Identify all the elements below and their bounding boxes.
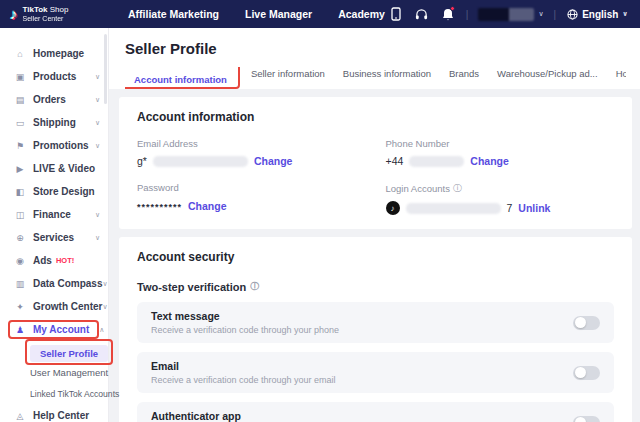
sidebar-item-live-video[interactable]: ▶ LIVE & Video: [0, 157, 108, 180]
change-phone-link[interactable]: Change: [470, 155, 509, 167]
growth-center-icon: ✦: [14, 302, 26, 312]
notification-badge-dot: [450, 6, 455, 11]
finance-icon: ◫: [14, 210, 26, 220]
sidebar-item-label: Products: [33, 71, 76, 82]
login-accounts-field: Login Accounts ⓘ ♪ 7 Unlink: [386, 182, 615, 215]
tab-holiday-mode[interactable]: Holiday mode: [607, 68, 626, 89]
sidebar-item-label: Ads: [33, 255, 52, 266]
sidebar-item-data-compass[interactable]: ▥ Data Compass ∨: [0, 272, 108, 295]
change-password-link[interactable]: Change: [188, 200, 227, 212]
account-name-redacted: [478, 8, 534, 21]
sidebar-item-label: Data Compass: [33, 278, 102, 289]
sidebar-item-label: LIVE & Video: [33, 163, 95, 174]
subitem-label: User Management: [30, 367, 108, 378]
sidebar-item-homepage[interactable]: ⌂ Homepage: [0, 42, 108, 65]
promotions-megaphone-icon: ⚑: [14, 141, 26, 151]
annotation-box-my-account: ♟ My Account: [8, 320, 99, 339]
password-masked-value: **********: [137, 199, 182, 212]
chevron-down-icon: ∨: [102, 303, 107, 311]
sidebar-item-label: Store Design: [33, 186, 95, 197]
sidebar-item-label: Orders: [33, 94, 66, 105]
unlink-account-link[interactable]: Unlink: [518, 202, 550, 214]
tab-account-information[interactable]: Account information: [125, 74, 236, 89]
sidebar-item-orders[interactable]: ▤ Orders ∨: [0, 88, 108, 111]
mobile-app-icon[interactable]: [388, 6, 404, 22]
sidebar-item-label: Finance: [33, 209, 71, 220]
login-account-redacted: [406, 203, 501, 214]
sidebar-scrollbar[interactable]: [104, 34, 107, 104]
row-title: Text message: [151, 310, 339, 322]
tiktok-shop-logo[interactable]: ♪ TikTok Shop Seller Center: [10, 6, 114, 22]
language-selector[interactable]: English ∨: [566, 8, 628, 20]
sidebar-item-promotions[interactable]: ⚑ Promotions ∨: [0, 134, 108, 157]
email-value-visible: g*: [137, 155, 147, 167]
toggle-knob: [575, 367, 586, 378]
logo-line1-bold: TikTok: [23, 5, 48, 14]
account-menu[interactable]: ∨: [478, 8, 543, 21]
sidebar-item-my-account[interactable]: ♟ My Account ∧: [0, 318, 108, 341]
account-security-card: Account security Two-step verification ⓘ…: [119, 237, 632, 422]
change-email-link[interactable]: Change: [254, 155, 293, 167]
sidebar-item-services[interactable]: ⊕ Services ∨: [0, 226, 108, 249]
row-description: Receive a verification code through your…: [151, 375, 336, 385]
page-header: Seller Profile Account information Selle…: [109, 28, 640, 89]
sidebar-item-label: Shipping: [33, 117, 76, 128]
main-content: Seller Profile Account information Selle…: [109, 28, 640, 422]
sidebar-subitem-seller-profile[interactable]: Seller Profile: [0, 341, 108, 362]
chevron-down-icon: ∨: [95, 211, 100, 219]
login-accounts-label: Login Accounts: [386, 183, 450, 194]
orders-icon: ▤: [14, 95, 26, 105]
annotation-box-seller-profile: Seller Profile: [25, 339, 113, 365]
tiktok-note-icon: ♪: [10, 6, 18, 21]
top-bar: ♪ TikTok Shop Seller Center Affiliate Ma…: [0, 0, 640, 28]
sidebar-item-store-design[interactable]: ◧ Store Design: [0, 180, 108, 203]
logo-line2: Seller Center: [23, 15, 69, 22]
top-nav-live-manager[interactable]: Live Manager: [245, 8, 312, 20]
text-message-toggle[interactable]: [573, 316, 600, 330]
top-nav-affiliate-marketing[interactable]: Affiliate Marketing: [128, 8, 219, 20]
password-label: Password: [137, 182, 366, 193]
sidebar-subitem-user-management[interactable]: User Management: [0, 362, 108, 383]
authenticator-app-toggle[interactable]: [573, 416, 600, 422]
hot-badge: HOT!: [56, 256, 74, 265]
sidebar-item-help-center[interactable]: ◬ Help Center: [0, 404, 108, 422]
password-field: Password ********** Change: [137, 182, 366, 215]
chevron-down-icon: ∨: [95, 142, 100, 150]
top-bar-right: | ∨ | English ∨: [388, 6, 628, 22]
info-icon[interactable]: ⓘ: [453, 182, 462, 195]
account-security-heading: Account security: [137, 250, 614, 264]
info-icon[interactable]: ⓘ: [250, 280, 259, 293]
two-step-verification-label: Two-step verification: [137, 281, 246, 293]
products-icon: ▣: [14, 72, 26, 82]
tab-seller-information[interactable]: Seller information: [242, 68, 334, 89]
tab-warehouse-pickup-address[interactable]: Warehouse/Pickup ad...: [488, 68, 607, 89]
account-information-heading: Account information: [137, 110, 614, 124]
chevron-down-icon: ∨: [102, 280, 107, 288]
login-account-visible-suffix: 7: [507, 202, 513, 214]
sidebar-item-ads[interactable]: ◉ Ads HOT!: [0, 249, 108, 272]
sidebar-item-label: Growth Center: [33, 301, 102, 312]
sidebar-item-products[interactable]: ▣ Products ∨: [0, 65, 108, 88]
sidebar-item-finance[interactable]: ◫ Finance ∨: [0, 203, 108, 226]
logo-text: TikTok Shop Seller Center: [23, 6, 69, 22]
sidebar-subitem-linked-tiktok-accounts[interactable]: Linked TikTok Accounts: [0, 383, 108, 404]
live-video-icon: ▶: [14, 164, 26, 174]
sidebar-item-shipping[interactable]: ▭ Shipping ∨: [0, 111, 108, 134]
email-toggle[interactable]: [573, 366, 600, 380]
notification-bell-icon[interactable]: [440, 6, 456, 22]
divider: |: [466, 9, 469, 20]
chevron-up-icon: ∧: [99, 326, 104, 334]
chevron-down-icon: ∨: [95, 73, 100, 81]
sidebar-item-growth-center[interactable]: ✦ Growth Center ∨: [0, 295, 108, 318]
my-account-person-icon: ♟: [14, 325, 26, 335]
row-title: Email: [151, 360, 336, 372]
two-step-row-text-message: Text message Receive a verification code…: [137, 302, 614, 343]
toggle-knob: [575, 317, 586, 328]
top-nav-academy[interactable]: Academy: [338, 8, 385, 20]
phone-value-redacted: [409, 156, 464, 167]
chevron-down-icon: ∨: [538, 10, 543, 18]
tab-bar: Account information Seller information B…: [125, 67, 626, 89]
headset-support-icon[interactable]: [414, 6, 430, 22]
tab-brands[interactable]: Brands: [440, 68, 488, 89]
tab-business-information[interactable]: Business information: [334, 68, 440, 89]
